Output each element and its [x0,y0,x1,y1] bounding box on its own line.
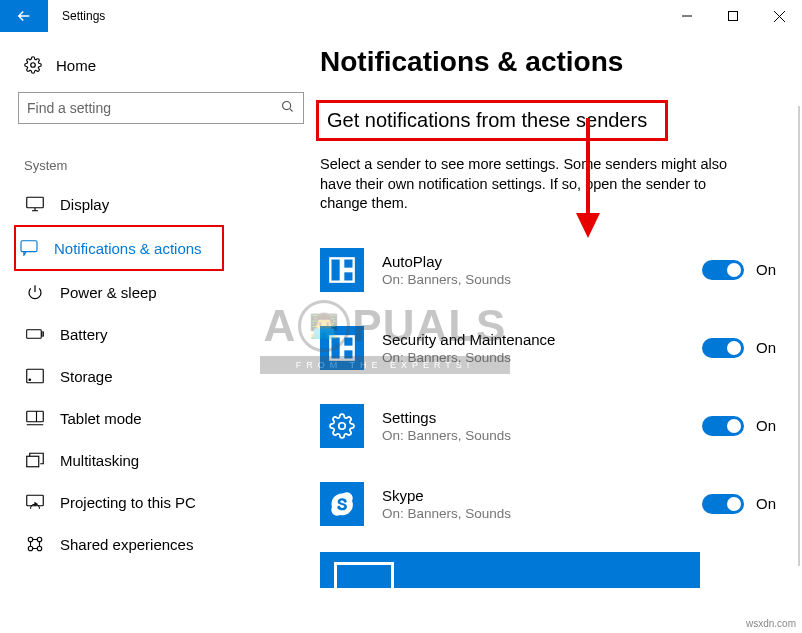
svg-point-22 [339,422,346,429]
sender-settings[interactable]: Settings On: Banners, Sounds On [320,394,776,472]
sidebar-item-battery[interactable]: Battery [18,313,228,355]
minimize-button[interactable] [664,0,710,32]
notifications-icon [20,239,38,257]
sidebar-group-label: System [18,152,304,183]
sidebar-item-display[interactable]: Display [18,183,228,225]
svg-rect-3 [27,197,44,208]
toggle-label: On [756,495,776,512]
maximize-button[interactable] [710,0,756,32]
svg-rect-4 [21,241,37,252]
toggle-security[interactable] [702,338,744,358]
multitasking-icon [26,451,44,469]
sender-next-tile[interactable] [320,552,700,588]
skype-icon [320,482,364,526]
toggle-label: On [756,417,776,434]
security-icon [320,326,364,370]
sender-name: Security and Maintenance [382,331,702,348]
storage-icon [26,367,44,385]
sender-skype[interactable]: Skype On: Banners, Sounds On [320,472,776,550]
sidebar-item-storage[interactable]: Storage [18,355,228,397]
nav-label: Battery [60,326,108,343]
svg-rect-5 [27,330,42,338]
svg-rect-21 [343,349,354,360]
sidebar-item-projecting[interactable]: Projecting to this PC [18,481,228,523]
home-nav[interactable]: Home [18,40,304,92]
close-button[interactable] [756,0,802,32]
autoplay-icon [320,248,364,292]
toggle-autoplay[interactable] [702,260,744,280]
nav-label: Power & sleep [60,284,157,301]
svg-point-14 [28,546,33,551]
svg-point-2 [283,102,291,110]
sidebar: Home Find a setting System Display Notif… [0,40,316,633]
sender-sub: On: Banners, Sounds [382,272,702,287]
svg-rect-10 [27,456,39,467]
svg-point-13 [37,537,42,542]
toggle-settings[interactable] [702,416,744,436]
back-button[interactable] [0,0,48,32]
sidebar-item-tablet[interactable]: Tablet mode [18,397,228,439]
nav-label: Multitasking [60,452,139,469]
nav-label: Storage [60,368,113,385]
nav-label: Display [60,196,109,213]
sidebar-item-power[interactable]: Power & sleep [18,271,228,313]
svg-point-8 [29,379,31,381]
svg-rect-19 [330,336,341,359]
svg-point-15 [37,546,42,551]
sender-sub: On: Banners, Sounds [382,506,702,521]
nav-label: Notifications & actions [54,240,202,257]
search-input[interactable]: Find a setting [18,92,304,124]
svg-rect-6 [42,332,43,336]
sender-name: AutoPlay [382,253,702,270]
sender-name: Settings [382,409,702,426]
toggle-label: On [756,339,776,356]
home-label: Home [56,57,96,74]
toggle-skype[interactable] [702,494,744,514]
nav-label: Shared experiences [60,536,193,553]
svg-rect-0 [729,12,738,21]
tablet-icon [26,409,44,427]
search-icon [280,99,295,117]
sender-sub: On: Banners, Sounds [382,350,702,365]
projecting-icon [26,493,44,511]
section-description: Select a sender to see more settings. So… [316,141,736,238]
power-icon [26,283,44,301]
svg-rect-18 [343,271,354,282]
nav-label: Tablet mode [60,410,142,427]
svg-rect-17 [343,258,354,269]
sidebar-item-multitasking[interactable]: Multitasking [18,439,228,481]
nav-label: Projecting to this PC [60,494,196,511]
toggle-label: On [756,261,776,278]
main-panel: Notifications & actions Get notification… [316,40,802,633]
sender-sub: On: Banners, Sounds [382,428,702,443]
section-heading: Get notifications from these senders [316,100,668,141]
scrollbar[interactable] [798,106,800,566]
svg-rect-9 [27,411,44,422]
search-placeholder: Find a setting [27,100,111,116]
display-icon [26,195,44,213]
sender-name: Skype [382,487,702,504]
window-title: Settings [48,0,119,32]
page-title: Notifications & actions [316,40,776,100]
gear-icon [24,56,42,74]
shared-icon [26,535,44,553]
svg-rect-16 [330,258,341,281]
sidebar-item-notifications[interactable]: Notifications & actions [14,225,224,271]
battery-icon [26,325,44,343]
sender-security[interactable]: Security and Maintenance On: Banners, So… [320,316,776,394]
svg-point-1 [31,63,36,68]
svg-point-12 [28,537,33,542]
settings-app-icon [320,404,364,448]
source-watermark: wsxdn.com [746,618,796,629]
sidebar-item-shared[interactable]: Shared experiences [18,523,228,565]
svg-rect-20 [343,336,354,347]
sender-autoplay[interactable]: AutoPlay On: Banners, Sounds On [320,238,776,316]
titlebar: Settings [0,0,802,32]
